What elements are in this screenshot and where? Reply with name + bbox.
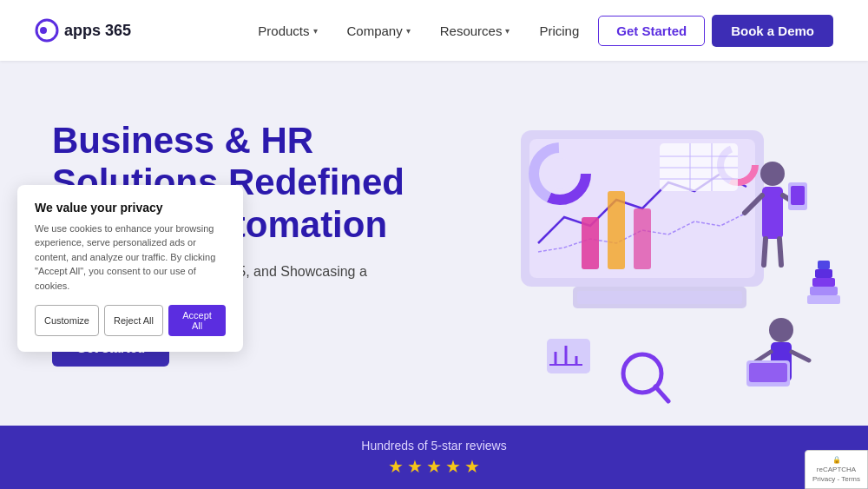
svg-point-9 — [544, 158, 575, 189]
star-3: ★ — [426, 456, 442, 477]
svg-rect-14 — [762, 187, 783, 239]
star-4: ★ — [445, 456, 461, 477]
cookie-customize-button[interactable]: Customize — [35, 305, 99, 336]
nav-link-company[interactable]: Company ▾ — [337, 18, 421, 43]
chevron-down-icon: ▾ — [313, 26, 318, 36]
review-text: Hundreds of 5-star reviews — [361, 439, 506, 453]
svg-rect-26 — [749, 363, 787, 382]
svg-point-21 — [769, 318, 793, 342]
recaptcha-badge: 🔒 reCAPTCHA Privacy - Terms — [805, 450, 868, 489]
svg-rect-27 — [807, 295, 840, 304]
logo[interactable]: apps 365 — [35, 18, 131, 43]
svg-point-13 — [760, 162, 785, 186]
cookie-buttons: Customize Reject All Accept All — [35, 305, 226, 336]
star-rating: ★ ★ ★ ★ ★ — [388, 456, 480, 477]
svg-rect-30 — [815, 269, 832, 278]
bottom-section: Hundreds of 5-star reviews ★ ★ ★ ★ ★ — [0, 426, 868, 489]
nav-link-resources[interactable]: Resources ▾ — [430, 18, 521, 43]
svg-rect-20 — [791, 186, 805, 205]
svg-point-1 — [40, 27, 47, 34]
nav-item-company[interactable]: Company ▾ — [337, 18, 421, 43]
cookie-accept-button[interactable]: Accept All — [168, 305, 226, 336]
nav-item-products[interactable]: Products ▾ — [247, 18, 327, 43]
svg-rect-40 — [577, 291, 742, 304]
hero-section: Business & HR Solutions Redefined With A… — [0, 61, 868, 426]
svg-rect-6 — [634, 208, 651, 269]
nav-links: Products ▾ Company ▾ Resources ▾ Pricing — [247, 18, 589, 43]
nav-item-resources[interactable]: Resources ▾ — [430, 18, 521, 43]
logo-text: apps 365 — [64, 22, 131, 40]
svg-rect-29 — [812, 278, 835, 287]
logo-icon — [35, 18, 59, 43]
recaptcha-title: reCAPTCHA — [817, 466, 856, 473]
svg-line-33 — [655, 387, 668, 401]
svg-rect-34 — [547, 339, 590, 373]
chevron-down-icon: ▾ — [505, 26, 510, 36]
nav-item-pricing[interactable]: Pricing — [529, 18, 589, 43]
svg-rect-28 — [810, 287, 838, 295]
cookie-reject-button[interactable]: Reject All — [104, 305, 163, 336]
svg-rect-31 — [818, 261, 830, 269]
cookie-banner: We value your privacy We use cookies to … — [17, 185, 243, 353]
svg-rect-5 — [608, 191, 625, 269]
recaptcha-label: 🔒 — [832, 456, 841, 464]
recaptcha-links: Privacy - Terms — [812, 475, 860, 483]
star-1: ★ — [388, 456, 404, 477]
nav-link-products[interactable]: Products ▾ — [247, 18, 327, 43]
svg-line-18 — [779, 239, 781, 265]
nav-link-pricing[interactable]: Pricing — [529, 18, 589, 43]
star-5: ★ — [464, 456, 480, 477]
svg-line-17 — [764, 239, 766, 265]
cookie-body: We use cookies to enhance your browsing … — [35, 221, 226, 294]
get-started-button[interactable]: Get Started — [598, 16, 705, 46]
book-demo-button[interactable]: Book a Demo — [712, 15, 833, 47]
hero-illustration — [469, 78, 842, 408]
svg-line-24 — [792, 352, 809, 360]
svg-rect-4 — [582, 217, 599, 269]
navbar: apps 365 Products ▾ Company ▾ Resources … — [0, 0, 868, 61]
star-2: ★ — [407, 456, 423, 477]
chevron-down-icon: ▾ — [406, 26, 411, 36]
cookie-title: We value your privacy — [35, 201, 226, 215]
